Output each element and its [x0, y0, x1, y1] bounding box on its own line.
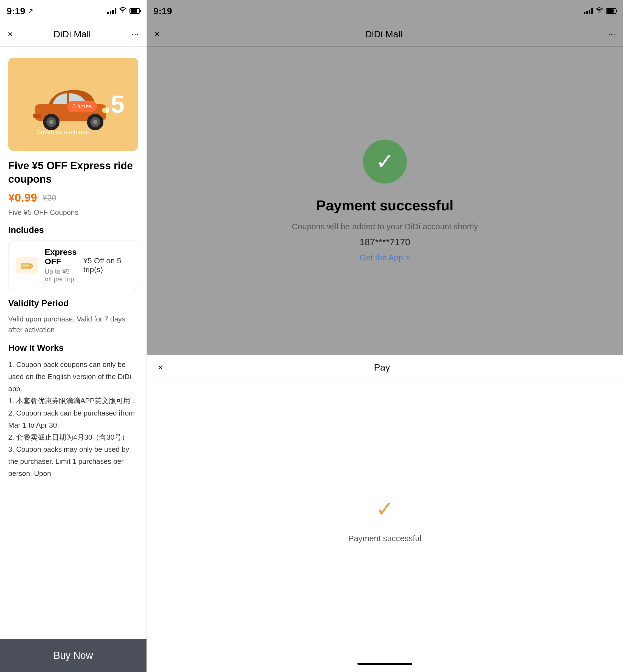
left-nav-title: DiDi Mall — [46, 22, 98, 47]
svg-point-6 — [93, 120, 97, 124]
validity-section: Validity Period Valid upon purchase, Val… — [0, 298, 147, 480]
price-subtitle: Five ¥5 OFF Coupons — [8, 208, 138, 217]
right-more-icon[interactable]: ··· — [608, 29, 615, 39]
left-nav-bar: × DiDi Mall ··· — [0, 22, 147, 47]
buy-now-bar[interactable]: Buy Now — [0, 639, 147, 672]
checkmark-orange-icon: ✓ — [376, 496, 394, 522]
pay-close-icon[interactable]: × — [158, 362, 163, 372]
saved-text: Saved on each ride — [37, 129, 89, 136]
home-bar — [357, 663, 412, 665]
right-wifi-icon — [596, 7, 603, 14]
how-it-works-title: How It Works — [8, 343, 138, 353]
price-current: ¥0.99 — [8, 191, 37, 204]
right-time: 9:19 — [153, 6, 172, 17]
svg-rect-8 — [33, 114, 41, 118]
success-circle: ✓ — [363, 140, 407, 183]
payment-success-small-icon: ✓ — [368, 493, 401, 525]
coupon-card-info: Express OFF Up to ¥5 off per trip — [45, 247, 77, 283]
validity-text: Valid upon purchase, Valid for 7 days af… — [8, 314, 138, 335]
right-status-icons — [584, 7, 616, 14]
battery-icon — [129, 8, 140, 14]
includes-title: Includes — [8, 225, 138, 235]
left-close-icon[interactable]: × — [8, 29, 13, 39]
left-more-icon[interactable]: ··· — [131, 29, 139, 39]
price-original: ¥20 — [42, 193, 56, 203]
wifi-icon — [119, 7, 127, 15]
right-battery-icon — [606, 8, 616, 14]
right-signal-icon — [584, 8, 593, 14]
product-title: Five ¥5 OFF Express ride coupons — [8, 159, 138, 186]
right-nav-title: DiDi Mall — [365, 29, 403, 39]
coupon-card-desc: Up to ¥5 off per trip — [45, 268, 77, 283]
validity-title: Validity Period — [8, 298, 138, 308]
payment-success-subtitle: Coupons will be added to your DiDi accou… — [292, 222, 478, 231]
price-row: ¥0.99 ¥20 — [8, 191, 138, 204]
payment-success-title: Payment successful — [316, 197, 453, 214]
phone-number: 187****7170 — [359, 237, 410, 247]
location-icon: ↗ — [27, 7, 33, 16]
svg-point-12 — [29, 265, 32, 268]
how-it-works-text: 1. Coupon pack coupons can only be used … — [8, 359, 138, 480]
payment-success-label: Payment successful — [348, 534, 422, 543]
svg-point-3 — [49, 120, 54, 124]
coupon-card-name: Express OFF — [45, 247, 77, 266]
product-info: Five ¥5 OFF Express ride coupons ¥0.99 ¥… — [0, 159, 147, 290]
coupon-card-value: ¥5 Off on 5 trip(s) — [83, 256, 130, 274]
coupon-badge: 5 times — [67, 101, 97, 112]
yen-symbol: ¥ — [105, 106, 110, 114]
pay-title: Pay — [374, 362, 390, 373]
buy-now-button[interactable]: Buy Now — [54, 650, 93, 661]
right-status-bar: 9:19 — [147, 0, 623, 22]
left-status-bar: 9:19 ↗ — [0, 0, 147, 22]
right-close-icon[interactable]: × — [154, 29, 160, 39]
coupon-price: ¥ 5 — [105, 92, 124, 117]
payment-success-area: ✓ Payment successful Coupons will be add… — [147, 47, 623, 355]
signal-icon — [107, 8, 116, 14]
price-amount: 5 — [111, 91, 124, 118]
left-time: 9:19 — [7, 6, 25, 17]
right-nav-bar: × DiDi Mall ··· — [147, 22, 623, 47]
pay-nav-bar: × Pay — [147, 355, 623, 380]
left-scroll-content: 5 times ¥ 5 Saved on each ride Five ¥5 O… — [0, 47, 147, 672]
left-panel: 9:19 ↗ × DiDi Mall ··· — [0, 0, 147, 672]
coupon-card-icon — [16, 257, 38, 273]
checkmark-icon: ✓ — [376, 151, 394, 173]
coupon-image: 5 times ¥ 5 Saved on each ride — [8, 58, 138, 151]
get-app-link[interactable]: Get the App > — [360, 253, 410, 262]
right-panel: 9:19 × DiDi Mall ··· ✓ Payment successfu… — [147, 0, 623, 672]
coupon-card: Express OFF Up to ¥5 off per trip ¥5 Off… — [8, 241, 138, 290]
home-indicator — [147, 655, 623, 672]
right-bottom-content: ✓ Payment successful — [147, 380, 623, 655]
left-status-icons — [107, 7, 140, 15]
